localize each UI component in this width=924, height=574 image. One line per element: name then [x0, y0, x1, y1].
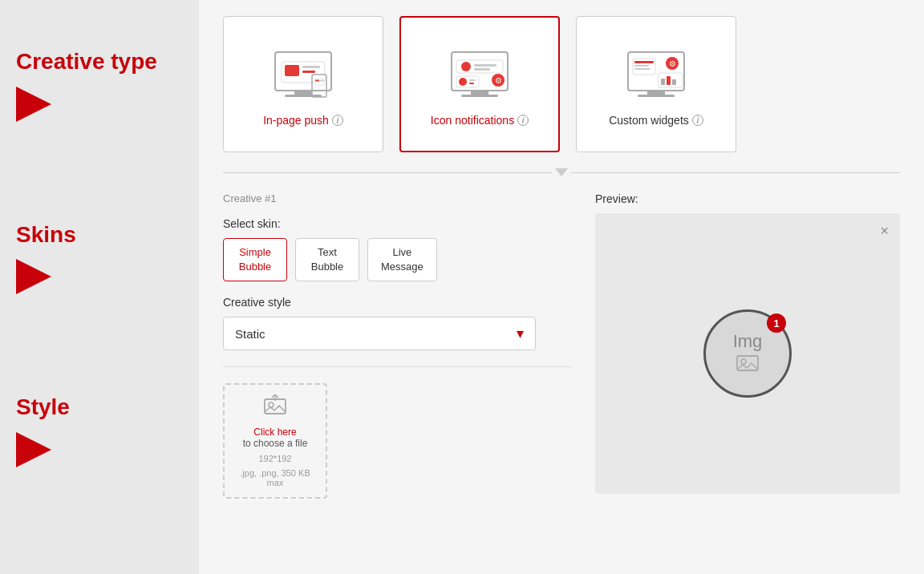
divider-line-right [571, 172, 900, 173]
chevron-down-icon [555, 168, 568, 176]
creative-style-row: Creative style Static ▾ [223, 296, 571, 350]
skins-arrow [16, 259, 183, 297]
svg-rect-35 [667, 76, 671, 85]
card-in-page-push[interactable]: In-page push i [223, 16, 383, 152]
svg-rect-4 [285, 65, 299, 76]
upload-box[interactable]: Click here to choose a file 192*192 .jpg… [223, 383, 327, 499]
svg-rect-6 [302, 71, 315, 73]
section-title: Creative #1 [223, 192, 571, 204]
svg-rect-34 [661, 79, 665, 85]
skin-buttons: SimpleBubble TextBubble LiveMessage [223, 238, 571, 281]
skins-label: Skins [16, 221, 183, 249]
style-value: Static [235, 327, 265, 341]
arrow-icon [16, 432, 51, 467]
svg-text:⚙: ⚙ [495, 76, 502, 85]
svg-text:⚙: ⚙ [669, 59, 676, 68]
main-content: In-page push i [199, 0, 924, 574]
svg-rect-13 [461, 95, 498, 97]
skin-live-message[interactable]: LiveMessage [367, 238, 437, 281]
preview-icon-circle: 1 Img [703, 309, 792, 398]
svg-rect-20 [469, 79, 476, 81]
svg-rect-26 [638, 95, 675, 97]
upload-format-text: .jpg, .png, 350 KB max [234, 468, 316, 487]
svg-rect-40 [737, 356, 758, 370]
svg-rect-5 [302, 66, 320, 68]
right-column: Preview: × 1 Img [595, 192, 900, 499]
svg-point-38 [269, 402, 274, 407]
svg-rect-8 [314, 79, 324, 85]
preview-box: × 1 Img [595, 213, 900, 494]
arrow-icon [16, 259, 51, 294]
svg-rect-28 [634, 61, 654, 63]
select-skin-label: Select skin: [223, 217, 571, 230]
in-page-push-icon [259, 42, 347, 106]
left-column: Creative #1 Select skin: SimpleBubble Te… [223, 192, 571, 499]
skin-simple-bubble[interactable]: SimpleBubble [223, 238, 287, 281]
style-arrow [16, 432, 183, 471]
creative-type-label: Creative type [16, 48, 183, 75]
sidebar-item-style: Style [16, 394, 183, 471]
svg-point-19 [459, 78, 467, 86]
in-page-push-info-icon[interactable]: i [332, 115, 343, 126]
icon-notifications-icon: ⚙ [436, 42, 524, 106]
sidebar-item-skins: Skins [16, 221, 183, 298]
svg-rect-37 [265, 399, 286, 414]
icon-notifications-info-icon[interactable]: i [517, 115, 529, 126]
divider-row [223, 168, 900, 176]
upload-icon [263, 394, 287, 420]
content-area: Creative #1 Select skin: SimpleBubble Te… [223, 192, 900, 499]
creative-type-arrow [16, 87, 183, 125]
section-divider [223, 366, 571, 367]
svg-point-41 [741, 359, 746, 364]
icon-notifications-label: Icon notifications [431, 114, 514, 127]
upload-choose-text: to choose a file [243, 438, 308, 449]
creative-type-row: In-page push i [223, 16, 900, 152]
skin-text-bubble[interactable]: TextBubble [295, 238, 359, 281]
upload-size-text: 192*192 [259, 454, 292, 463]
creative-style-label: Creative style [223, 296, 571, 309]
custom-widgets-info-icon[interactable]: i [692, 115, 703, 126]
style-dropdown[interactable]: Static ▾ [223, 317, 536, 350]
custom-widgets-icon: ⚙ [612, 42, 700, 106]
svg-rect-21 [469, 83, 474, 84]
upload-click-text: Click here [253, 426, 296, 438]
svg-rect-17 [474, 68, 490, 71]
svg-rect-36 [672, 79, 676, 85]
style-label: Style [16, 394, 183, 421]
svg-point-15 [461, 62, 471, 71]
custom-widgets-label: Custom widgets [609, 114, 689, 127]
svg-rect-16 [474, 64, 496, 67]
svg-rect-10 [320, 79, 323, 81]
svg-rect-30 [634, 68, 650, 70]
arrow-icon [16, 87, 51, 122]
card-icon-notifications[interactable]: ⚙ Icon notifications i [399, 16, 560, 152]
close-icon[interactable]: × [880, 223, 889, 240]
sidebar: Creative type Skins Style [0, 0, 199, 574]
preview-img-text: Img [733, 331, 763, 352]
select-skin-row: Select skin: SimpleBubble TextBubble Liv… [223, 217, 571, 281]
sidebar-item-creative-type: Creative type [16, 48, 183, 125]
card-custom-widgets[interactable]: ⚙ Custom widgets i [576, 16, 736, 152]
dropdown-arrow-icon: ▾ [517, 325, 524, 342]
divider-line-left [223, 172, 552, 173]
svg-rect-29 [634, 65, 649, 67]
svg-rect-9 [315, 79, 319, 81]
preview-badge: 1 [767, 313, 786, 333]
preview-img-icon [736, 354, 759, 377]
preview-label: Preview: [595, 192, 900, 205]
in-page-push-label: In-page push [263, 114, 329, 127]
